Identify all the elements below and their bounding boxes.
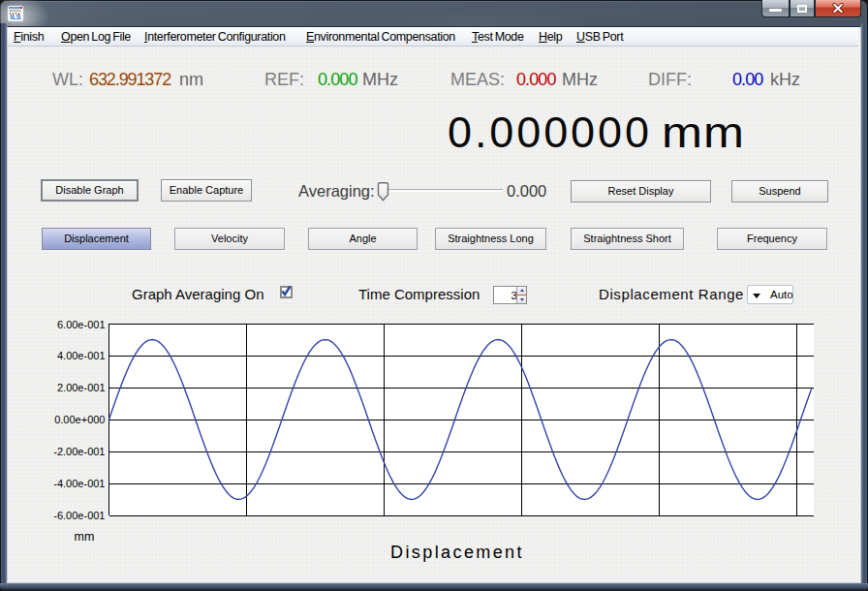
svg-text:6.00e-001: 6.00e-001 (57, 319, 106, 330)
svg-text:Displacement: Displacement (390, 543, 524, 562)
svg-text:mm: mm (75, 530, 95, 544)
svg-text:4.00e-001: 4.00e-001 (57, 350, 106, 361)
svg-text:0.00e+000: 0.00e+000 (54, 414, 105, 425)
svg-text:-4.00e-001: -4.00e-001 (53, 478, 105, 489)
svg-text:-2.00e-001: -2.00e-001 (53, 446, 105, 457)
svg-text:-6.00e-001: -6.00e-001 (53, 510, 105, 521)
svg-text:2.00e-001: 2.00e-001 (57, 382, 106, 393)
